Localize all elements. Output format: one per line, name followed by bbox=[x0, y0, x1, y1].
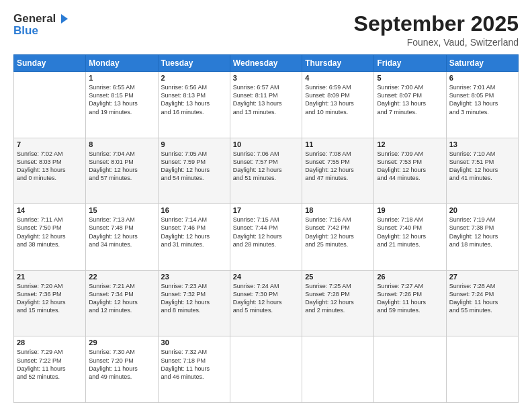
table-row: 19Sunrise: 7:18 AMSunset: 7:40 PMDayligh… bbox=[374, 204, 446, 271]
table-row: 11Sunrise: 7:08 AMSunset: 7:55 PMDayligh… bbox=[302, 138, 374, 204]
page: General Blue September 2025 Founex, Vaud… bbox=[0, 0, 532, 411]
day-info: Sunrise: 7:10 AMSunset: 7:51 PMDaylight:… bbox=[449, 150, 515, 183]
table-row: 21Sunrise: 7:20 AMSunset: 7:36 PMDayligh… bbox=[14, 270, 86, 336]
col-tuesday: Tuesday bbox=[158, 55, 230, 72]
table-row: 13Sunrise: 7:10 AMSunset: 7:51 PMDayligh… bbox=[446, 138, 518, 204]
header: General Blue September 2025 Founex, Vaud… bbox=[13, 12, 519, 48]
day-info: Sunrise: 7:25 AMSunset: 7:28 PMDaylight:… bbox=[305, 282, 371, 315]
day-info: Sunrise: 7:13 AMSunset: 7:48 PMDaylight:… bbox=[89, 216, 154, 248]
day-info: Sunrise: 7:28 AMSunset: 7:24 PMDaylight:… bbox=[449, 282, 515, 315]
day-number: 20 bbox=[449, 206, 515, 214]
calendar-week-row: 1Sunrise: 6:55 AMSunset: 8:15 PMDaylight… bbox=[14, 72, 519, 138]
day-number: 29 bbox=[89, 338, 154, 347]
day-info: Sunrise: 7:21 AMSunset: 7:34 PMDaylight:… bbox=[89, 282, 154, 315]
table-row: 29Sunrise: 7:30 AMSunset: 7:20 PMDayligh… bbox=[86, 336, 158, 403]
day-info: Sunrise: 6:56 AMSunset: 8:13 PMDaylight:… bbox=[161, 83, 227, 116]
day-info: Sunrise: 6:57 AMSunset: 8:11 PMDaylight:… bbox=[233, 83, 299, 116]
day-number: 2 bbox=[161, 74, 227, 82]
table-row: 12Sunrise: 7:09 AMSunset: 7:53 PMDayligh… bbox=[374, 138, 446, 204]
table-row: 27Sunrise: 7:28 AMSunset: 7:24 PMDayligh… bbox=[446, 270, 518, 336]
day-number: 15 bbox=[89, 206, 154, 214]
day-number: 24 bbox=[233, 273, 299, 281]
location: Founex, Vaud, Switzerland bbox=[354, 37, 519, 48]
day-number: 23 bbox=[161, 273, 227, 281]
day-number: 6 bbox=[449, 74, 515, 82]
table-row: 6Sunrise: 7:01 AMSunset: 8:05 PMDaylight… bbox=[446, 72, 518, 138]
day-number: 12 bbox=[377, 140, 443, 148]
day-number: 28 bbox=[17, 338, 83, 347]
day-info: Sunrise: 7:19 AMSunset: 7:38 PMDaylight:… bbox=[449, 216, 515, 248]
table-row: 8Sunrise: 7:04 AMSunset: 8:01 PMDaylight… bbox=[86, 138, 158, 204]
table-row bbox=[302, 336, 374, 403]
col-saturday: Saturday bbox=[446, 55, 518, 72]
table-row: 15Sunrise: 7:13 AMSunset: 7:48 PMDayligh… bbox=[86, 204, 158, 271]
table-row: 30Sunrise: 7:32 AMSunset: 7:18 PMDayligh… bbox=[158, 336, 230, 403]
day-number: 19 bbox=[377, 206, 443, 214]
day-number: 1 bbox=[89, 74, 154, 82]
table-row bbox=[14, 72, 86, 138]
table-row: 7Sunrise: 7:02 AMSunset: 8:03 PMDaylight… bbox=[14, 138, 86, 204]
day-info: Sunrise: 7:20 AMSunset: 7:36 PMDaylight:… bbox=[17, 282, 83, 315]
col-friday: Friday bbox=[374, 55, 446, 72]
table-row: 24Sunrise: 7:24 AMSunset: 7:30 PMDayligh… bbox=[230, 270, 302, 336]
day-number: 30 bbox=[161, 338, 227, 347]
calendar-header-row: Sunday Monday Tuesday Wednesday Thursday… bbox=[14, 55, 519, 72]
day-info: Sunrise: 7:16 AMSunset: 7:42 PMDaylight:… bbox=[305, 216, 371, 248]
day-number: 7 bbox=[17, 140, 83, 148]
day-number: 5 bbox=[377, 74, 443, 82]
day-info: Sunrise: 7:18 AMSunset: 7:40 PMDaylight:… bbox=[377, 216, 443, 248]
table-row: 26Sunrise: 7:27 AMSunset: 7:26 PMDayligh… bbox=[374, 270, 446, 336]
day-number: 21 bbox=[17, 273, 83, 281]
day-number: 9 bbox=[161, 140, 227, 148]
day-number: 14 bbox=[17, 206, 83, 214]
table-row: 4Sunrise: 6:59 AMSunset: 8:09 PMDaylight… bbox=[302, 72, 374, 138]
table-row: 10Sunrise: 7:06 AMSunset: 7:57 PMDayligh… bbox=[230, 138, 302, 204]
table-row: 25Sunrise: 7:25 AMSunset: 7:28 PMDayligh… bbox=[302, 270, 374, 336]
table-row: 2Sunrise: 6:56 AMSunset: 8:13 PMDaylight… bbox=[158, 72, 230, 138]
table-row: 5Sunrise: 7:00 AMSunset: 8:07 PMDaylight… bbox=[374, 72, 446, 138]
table-row: 20Sunrise: 7:19 AMSunset: 7:38 PMDayligh… bbox=[446, 204, 518, 271]
day-number: 27 bbox=[449, 273, 515, 281]
col-wednesday: Wednesday bbox=[230, 55, 302, 72]
table-row bbox=[446, 336, 518, 403]
day-info: Sunrise: 7:14 AMSunset: 7:46 PMDaylight:… bbox=[161, 216, 227, 248]
day-info: Sunrise: 7:29 AMSunset: 7:22 PMDaylight:… bbox=[17, 348, 83, 381]
day-info: Sunrise: 7:08 AMSunset: 7:55 PMDaylight:… bbox=[305, 150, 371, 183]
month-title: September 2025 bbox=[354, 12, 519, 36]
table-row: 9Sunrise: 7:05 AMSunset: 7:59 PMDaylight… bbox=[158, 138, 230, 204]
col-sunday: Sunday bbox=[14, 55, 86, 72]
day-number: 13 bbox=[449, 140, 515, 148]
day-number: 16 bbox=[161, 206, 227, 214]
table-row bbox=[374, 336, 446, 403]
col-monday: Monday bbox=[86, 55, 158, 72]
day-number: 22 bbox=[89, 273, 154, 281]
table-row bbox=[230, 336, 302, 403]
day-info: Sunrise: 7:00 AMSunset: 8:07 PMDaylight:… bbox=[377, 83, 443, 116]
day-info: Sunrise: 7:02 AMSunset: 8:03 PMDaylight:… bbox=[17, 150, 83, 183]
day-info: Sunrise: 7:32 AMSunset: 7:18 PMDaylight:… bbox=[161, 348, 227, 381]
day-info: Sunrise: 7:05 AMSunset: 7:59 PMDaylight:… bbox=[161, 150, 227, 183]
day-info: Sunrise: 7:04 AMSunset: 8:01 PMDaylight:… bbox=[89, 150, 154, 183]
day-number: 17 bbox=[233, 206, 299, 214]
day-number: 11 bbox=[305, 140, 371, 148]
day-info: Sunrise: 7:27 AMSunset: 7:26 PMDaylight:… bbox=[377, 282, 443, 315]
day-info: Sunrise: 7:30 AMSunset: 7:20 PMDaylight:… bbox=[89, 348, 154, 381]
day-info: Sunrise: 6:55 AMSunset: 8:15 PMDaylight:… bbox=[89, 83, 154, 116]
svg-marker-0 bbox=[61, 14, 68, 24]
table-row: 3Sunrise: 6:57 AMSunset: 8:11 PMDaylight… bbox=[230, 72, 302, 138]
table-row: 16Sunrise: 7:14 AMSunset: 7:46 PMDayligh… bbox=[158, 204, 230, 271]
day-info: Sunrise: 6:59 AMSunset: 8:09 PMDaylight:… bbox=[305, 83, 371, 116]
logo-arrow-icon bbox=[58, 13, 71, 25]
table-row: 1Sunrise: 6:55 AMSunset: 8:15 PMDaylight… bbox=[86, 72, 158, 138]
table-row: 17Sunrise: 7:15 AMSunset: 7:44 PMDayligh… bbox=[230, 204, 302, 271]
table-row: 22Sunrise: 7:21 AMSunset: 7:34 PMDayligh… bbox=[86, 270, 158, 336]
calendar-week-row: 14Sunrise: 7:11 AMSunset: 7:50 PMDayligh… bbox=[14, 204, 519, 271]
day-info: Sunrise: 7:15 AMSunset: 7:44 PMDaylight:… bbox=[233, 216, 299, 248]
day-number: 8 bbox=[89, 140, 154, 148]
day-info: Sunrise: 7:09 AMSunset: 7:53 PMDaylight:… bbox=[377, 150, 443, 183]
calendar-week-row: 7Sunrise: 7:02 AMSunset: 8:03 PMDaylight… bbox=[14, 138, 519, 204]
logo-blue-text: Blue bbox=[13, 24, 38, 38]
calendar-table: Sunday Monday Tuesday Wednesday Thursday… bbox=[13, 54, 519, 403]
day-number: 26 bbox=[377, 273, 443, 281]
table-row: 28Sunrise: 7:29 AMSunset: 7:22 PMDayligh… bbox=[14, 336, 86, 403]
